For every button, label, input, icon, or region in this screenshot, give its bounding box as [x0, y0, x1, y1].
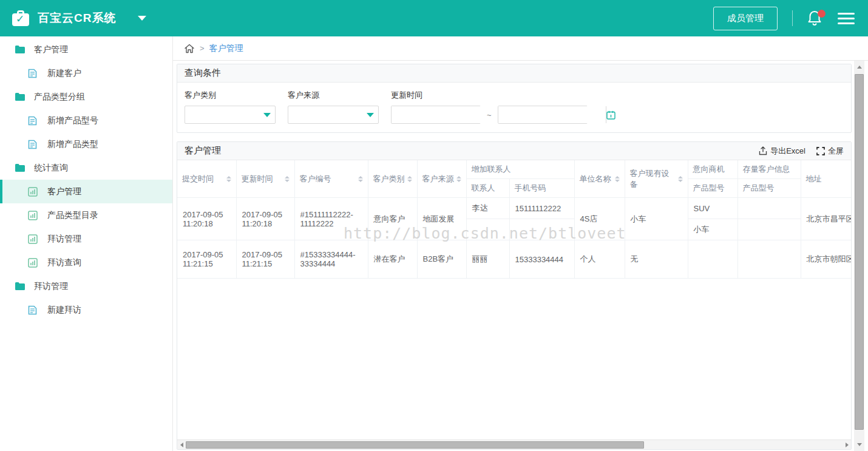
sidebar-item-label: 客户管理: [47, 186, 81, 197]
sidebar-item-product-type-group-folder[interactable]: 产品类型分组: [0, 85, 172, 109]
col-header-intent-product-model: 产品型号: [688, 179, 737, 198]
range-separator: ~: [487, 110, 492, 120]
cell-company: 4S店: [574, 198, 625, 240]
sidebar-item-customer-mgmt-folder[interactable]: 客户管理: [0, 38, 172, 61]
sidebar-item-add-product-model[interactable]: 新增产品型号: [0, 109, 172, 132]
cell-equipment: 小车: [625, 198, 688, 240]
cell-update-time: 2017-09-05 11:21:15: [236, 240, 294, 279]
date-to-input[interactable]: [498, 106, 606, 123]
sidebar-item-label: 统计查询: [34, 163, 68, 174]
export-excel-label: 导出Excel: [770, 146, 805, 157]
cell-submit-time: 2017-09-05 11:20:18: [177, 198, 236, 240]
customer-source-select[interactable]: [288, 106, 379, 124]
sidebar-item-statistics-query-folder[interactable]: 统计查询: [0, 156, 172, 180]
fullscreen-label: 全屏: [828, 146, 844, 157]
cell-customer-code: #15333334444-33334444: [294, 240, 368, 279]
sort-icon[interactable]: [285, 176, 290, 182]
chevron-down-icon[interactable]: [138, 16, 146, 21]
col-header-update-time[interactable]: 更新时间: [236, 160, 294, 198]
main-content: > 客户管理 查询条件 客户类别: [173, 36, 868, 451]
cell-submit-time: 2017-09-05 11:21:15: [177, 240, 236, 279]
table-row[interactable]: 2017-09-05 11:20:18 2017-09-05 11:20:18 …: [177, 198, 851, 219]
horizontal-scrollbar-thumb[interactable]: [186, 441, 644, 449]
sidebar-item-product-type-catalog[interactable]: 产品类型目录: [0, 203, 172, 227]
briefcase-check-icon: ✓: [12, 10, 29, 26]
sort-icon[interactable]: [358, 176, 363, 182]
col-header-address: 地址: [801, 160, 851, 198]
horizontal-scrollbar[interactable]: [177, 439, 851, 449]
sidebar-item-label: 拜访管理: [47, 234, 81, 245]
sidebar-item-label: 拜访管理: [34, 281, 68, 292]
table-row[interactable]: 2017-09-05 11:21:15 2017-09-05 11:21:15 …: [177, 240, 851, 279]
breadcrumb-current-link[interactable]: 客户管理: [209, 43, 243, 54]
customer-category-label: 客户类别: [185, 90, 276, 101]
cell-address: 北京市昌平区: [801, 198, 851, 240]
vertical-scrollbar[interactable]: [854, 61, 864, 451]
calendar-icon[interactable]: [606, 106, 615, 123]
customer-table: 提交时间 更新时间 客户编号 客户类别 客户来源 增加联系人 单位名称 客户现有…: [177, 160, 851, 279]
export-icon: [759, 146, 767, 155]
document-icon: [28, 140, 39, 149]
bar-chart-icon: [28, 211, 39, 220]
cell-address: 北京市朝阳区: [801, 240, 851, 279]
col-header-existing-equipment[interactable]: 客户现有设备: [625, 160, 688, 198]
sidebar-item-label: 客户管理: [34, 44, 68, 55]
bar-chart-icon: [28, 234, 39, 244]
app-logo[interactable]: ✓ 百宝云CR系统: [12, 10, 146, 26]
cell-intent-model: 小车: [688, 219, 737, 240]
cell-intent-model: SUV: [688, 198, 737, 219]
sort-icon[interactable]: [407, 176, 412, 182]
top-header: ✓ 百宝云CR系统 成员管理: [0, 0, 868, 36]
chevron-down-icon: [259, 106, 275, 123]
cell-intent-model: [688, 240, 737, 279]
customer-category-select[interactable]: [185, 106, 276, 124]
sort-icon[interactable]: [456, 176, 461, 182]
cell-customer-source: 地面发展: [417, 198, 466, 240]
scroll-right-arrow-icon[interactable]: [843, 440, 851, 450]
col-header-customer-source[interactable]: 客户来源: [417, 160, 466, 198]
sort-icon[interactable]: [678, 176, 683, 182]
member-management-button[interactable]: 成员管理: [713, 7, 778, 30]
bar-chart-icon: [28, 258, 39, 268]
fullscreen-button[interactable]: 全屏: [816, 146, 844, 157]
sort-icon[interactable]: [226, 176, 231, 182]
date-from-input[interactable]: [392, 106, 499, 123]
customer-source-label: 客户来源: [288, 90, 379, 101]
sidebar-item-visit-mgmt-report[interactable]: 拜访管理: [0, 227, 172, 251]
sidebar-item-visit-mgmt-folder[interactable]: 拜访管理: [0, 274, 172, 298]
sidebar-item-label: 新建拜访: [47, 305, 81, 316]
sidebar-item-add-product-type[interactable]: 新增产品类型: [0, 132, 172, 156]
cell-company: 个人: [574, 240, 625, 279]
col-group-intent: 意向商机: [688, 160, 737, 179]
notification-bell-icon[interactable]: [807, 10, 823, 27]
sidebar-item-new-customer[interactable]: 新建客户: [0, 61, 172, 85]
notification-badge: [818, 10, 826, 18]
scroll-left-arrow-icon[interactable]: [177, 440, 186, 450]
sidebar-item-label: 产品类型目录: [47, 210, 98, 221]
scroll-up-arrow-icon[interactable]: [854, 62, 864, 72]
vertical-scrollbar-thumb[interactable]: [855, 74, 864, 430]
sidebar-item-new-visit[interactable]: 新建拜访: [0, 298, 172, 322]
sidebar-item-customer-mgmt-report[interactable]: 客户管理: [0, 180, 172, 203]
menu-hamburger-icon[interactable]: [838, 13, 855, 24]
sidebar-item-label: 新建客户: [47, 68, 81, 79]
cell-contact-phone: 15111112222: [509, 198, 574, 219]
col-header-customer-code[interactable]: 客户编号: [294, 160, 368, 198]
sidebar-item-visit-query[interactable]: 拜访查询: [0, 251, 172, 274]
sidebar-item-label: 新增产品型号: [47, 115, 98, 126]
scroll-down-arrow-icon[interactable]: [854, 439, 864, 450]
col-header-customer-type[interactable]: 客户类别: [368, 160, 417, 198]
folder-icon: [15, 45, 25, 55]
col-header-submit-time[interactable]: 提交时间: [177, 160, 236, 198]
filter-panel-title: 查询条件: [185, 67, 221, 79]
col-header-company-name[interactable]: 单位名称: [574, 160, 625, 198]
cell-contact-phone: 15333334444: [509, 240, 574, 279]
breadcrumb: > 客户管理: [173, 36, 868, 61]
export-excel-button[interactable]: 导出Excel: [759, 146, 805, 157]
home-icon[interactable]: [184, 43, 195, 54]
cell-stock-model: [737, 198, 801, 219]
sidebar-item-label: 新增产品类型: [47, 139, 98, 150]
customer-table-panel: 客户管理 导出Excel 全屏: [177, 141, 852, 450]
sort-icon[interactable]: [615, 176, 620, 182]
folder-icon: [15, 282, 25, 291]
